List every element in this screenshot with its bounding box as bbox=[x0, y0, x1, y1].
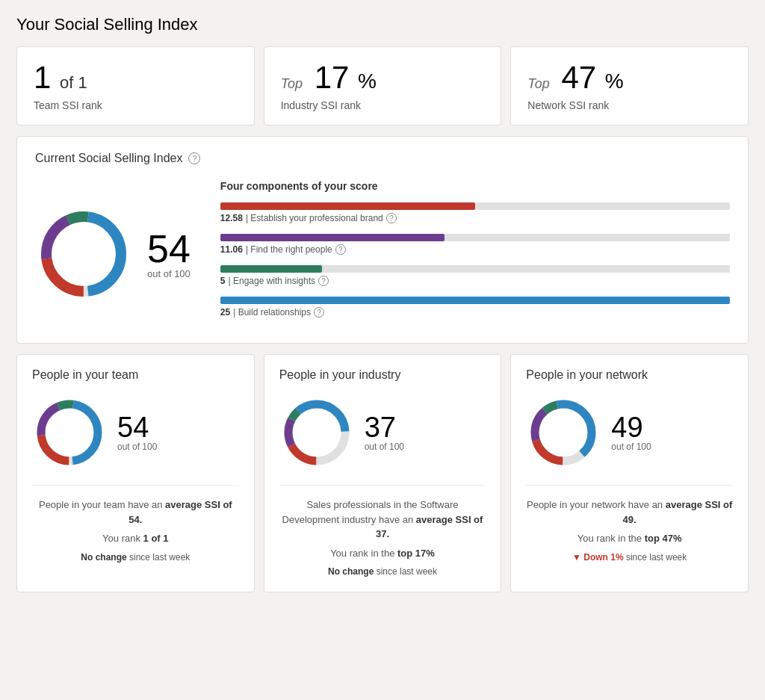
insights-bar-fill bbox=[220, 265, 322, 273]
team-people-title: People in your team bbox=[32, 368, 239, 382]
insights-value: 5 bbox=[220, 276, 226, 286]
team-rank-number: 1 bbox=[34, 60, 51, 95]
components-title: Four components of your score bbox=[220, 180, 730, 192]
industry-score-num: 37 bbox=[365, 413, 404, 442]
main-ssi-card: Current Social Selling Index ? bbox=[16, 136, 749, 344]
team-score-num: 54 bbox=[117, 413, 157, 442]
down-arrow-icon: ▼ bbox=[572, 552, 583, 563]
people-label: 11.06 | Find the right people ? bbox=[220, 244, 730, 255]
main-donut-section: 54 out of 100 bbox=[35, 205, 191, 303]
industry-rank-number: 17 bbox=[315, 60, 350, 95]
component-insights: 5 | Engage with insights ? bbox=[220, 265, 730, 286]
industry-desc: Sales professionals in the Software Deve… bbox=[279, 485, 486, 578]
main-donut-chart bbox=[35, 205, 132, 303]
rank-cards-row: 1 of 1 Team SSI rank Top 17 % Industry S… bbox=[16, 46, 749, 126]
bottom-cards-row: People in your team 54 out of 100 People… bbox=[16, 354, 749, 592]
industry-people-card: People in your industry 37 out of 100 Sa… bbox=[264, 354, 502, 592]
relationships-label: 25 | Build relationships ? bbox=[220, 307, 730, 318]
components-section: Four components of your score 12.58 | Es… bbox=[220, 180, 730, 328]
network-donut-row: 49 out of 100 bbox=[526, 395, 733, 470]
industry-rank-main: Top 17 % bbox=[281, 61, 485, 95]
network-score-outof: out of 100 bbox=[611, 442, 651, 452]
component-relationships: 25 | Build relationships ? bbox=[220, 297, 730, 318]
component-people: 11.06 | Find the right people ? bbox=[220, 234, 730, 255]
main-score-text: 54 out of 100 bbox=[147, 229, 191, 279]
people-bar-track bbox=[220, 234, 730, 241]
network-people-card: People in your network 49 out of 100 Peo… bbox=[510, 354, 749, 592]
brand-label: 12.58 | Establish your professional bran… bbox=[220, 213, 730, 223]
page-title: Your Social Selling Index bbox=[16, 15, 749, 34]
network-rank-card: Top 47 % Network SSI rank bbox=[510, 46, 749, 126]
industry-pct-sign: % bbox=[358, 69, 377, 93]
industry-rank-card: Top 17 % Industry SSI rank bbox=[264, 46, 502, 126]
brand-value: 12.58 bbox=[220, 213, 243, 223]
industry-score: 37 out of 100 bbox=[365, 413, 404, 452]
team-rank-main: 1 of 1 bbox=[34, 61, 238, 95]
network-desc: People in your network have an average S… bbox=[526, 485, 733, 564]
main-score-number: 54 bbox=[147, 229, 191, 268]
industry-top-label: Top bbox=[281, 76, 303, 91]
industry-donut-chart bbox=[279, 395, 354, 470]
network-score-num: 49 bbox=[611, 413, 651, 442]
network-donut-chart bbox=[526, 395, 601, 470]
insights-help-icon[interactable]: ? bbox=[318, 276, 329, 286]
team-donut-row: 54 out of 100 bbox=[32, 395, 239, 470]
main-score-outof: out of 100 bbox=[147, 268, 191, 279]
team-people-card: People in your team 54 out of 100 People… bbox=[16, 354, 255, 592]
relationships-bar-fill bbox=[220, 297, 730, 304]
team-donut-chart bbox=[32, 395, 107, 470]
industry-score-outof: out of 100 bbox=[365, 442, 404, 452]
component-brand: 12.58 | Establish your professional bran… bbox=[220, 202, 730, 223]
ssi-content: 54 out of 100 Four components of your sc… bbox=[35, 180, 730, 328]
network-rank-subtitle: Network SSI rank bbox=[527, 99, 731, 111]
brand-bar-fill bbox=[220, 202, 475, 210]
people-bar-fill bbox=[220, 234, 445, 241]
network-rank-number: 47 bbox=[561, 60, 596, 95]
industry-rank-subtitle: Industry SSI rank bbox=[281, 99, 485, 111]
team-rank-of: of 1 bbox=[60, 73, 87, 92]
network-people-title: People in your network bbox=[526, 368, 733, 382]
network-top-label: Top bbox=[527, 76, 549, 91]
relationships-value: 25 bbox=[220, 307, 230, 318]
network-rank-main: Top 47 % bbox=[527, 61, 731, 95]
team-rank-subtitle: Team SSI rank bbox=[34, 99, 238, 111]
main-card-title: Current Social Selling Index ? bbox=[35, 152, 730, 165]
relationships-help-icon[interactable]: ? bbox=[314, 307, 324, 318]
team-desc: People in your team have an average SSI … bbox=[32, 485, 239, 564]
ssi-help-icon[interactable]: ? bbox=[188, 152, 200, 164]
people-value: 11.06 bbox=[220, 244, 243, 255]
industry-people-title: People in your industry bbox=[279, 368, 486, 382]
insights-bar-track bbox=[220, 265, 730, 273]
team-score-outof: out of 100 bbox=[117, 442, 157, 452]
insights-label: 5 | Engage with insights ? bbox=[220, 276, 730, 286]
network-pct-sign: % bbox=[605, 69, 624, 93]
relationships-bar-track bbox=[220, 297, 730, 304]
brand-bar-track bbox=[220, 202, 730, 210]
brand-help-icon[interactable]: ? bbox=[386, 213, 397, 223]
team-rank-card: 1 of 1 Team SSI rank bbox=[16, 46, 255, 126]
people-help-icon[interactable]: ? bbox=[335, 244, 346, 255]
industry-donut-row: 37 out of 100 bbox=[279, 395, 486, 470]
network-score: 49 out of 100 bbox=[611, 413, 651, 452]
team-score: 54 out of 100 bbox=[117, 413, 157, 452]
